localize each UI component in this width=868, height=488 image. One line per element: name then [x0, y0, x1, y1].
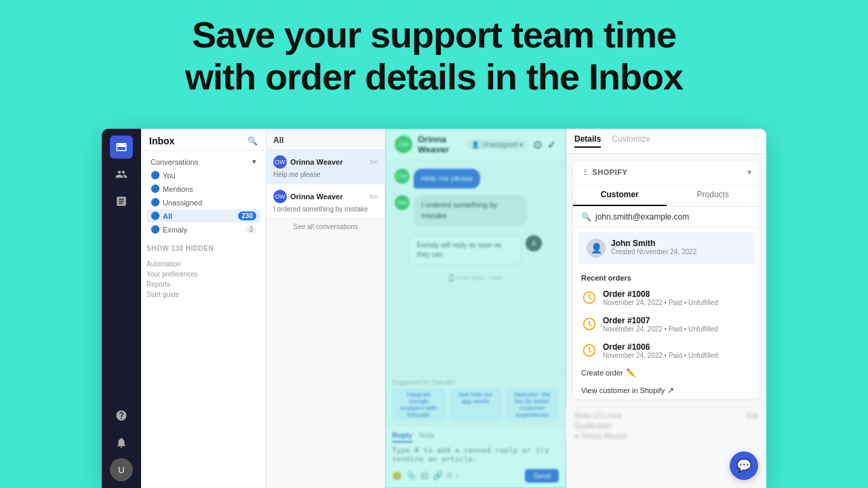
chat-user-avatar: OW — [395, 136, 412, 153]
order-icon-1 — [581, 316, 597, 332]
chat-area: OW Orinna Weaver 👤 Unassigned ▾ ⊙ ✓ OW H… — [385, 129, 566, 488]
convo-list-header: All — [267, 129, 384, 150]
send-button[interactable]: Send — [525, 469, 559, 483]
shopify-tab-customer[interactable]: Customer — [573, 184, 667, 206]
image-icon[interactable]: 🖼 — [420, 471, 429, 481]
inbox-nav-mentions[interactable]: 🔵 Mentions — [146, 182, 260, 195]
order-icon-0 — [581, 289, 597, 306]
sidebar-icon-contacts[interactable] — [110, 163, 133, 186]
order-info-1: Order #1007 November 24, 2022 • Paid • U… — [603, 316, 718, 333]
inbox-search-icon[interactable]: 🔍 — [248, 136, 258, 146]
chat-widget-button[interactable]: 💬 — [730, 451, 758, 480]
inbox-nav-all[interactable]: 🔵 All 230 — [146, 209, 260, 222]
tab-details[interactable]: Details — [574, 134, 601, 148]
tab-customize[interactable]: Customize — [612, 134, 650, 148]
convo-preview-0: Help me please — [273, 171, 378, 178]
convo-item-0[interactable]: OW Orinna Weaver 3m Help me please — [267, 150, 384, 184]
message-1: I ordered something by mistake — [414, 195, 527, 226]
inbox-nav-exmaly[interactable]: 🔵 Exmaly 3 — [146, 223, 260, 236]
emoji-icon[interactable]: 😊 — [392, 471, 402, 481]
screenshot-container: U Inbox 🔍 Conversations ▾ 🔵 You 🔵 Mentio… — [102, 129, 766, 488]
inbox-panel: Inbox 🔍 Conversations ▾ 🔵 You 🔵 Mentions… — [141, 129, 267, 488]
view-customer-link[interactable]: View customer in Shopify ↗ — [573, 382, 760, 399]
sidebar-icon-notifications[interactable] — [110, 431, 133, 454]
inbox-nav-unassigned[interactable]: 🔵 Unassigned — [146, 196, 260, 209]
order-info-0: Order #1008 November 24, 2022 • Paid • U… — [603, 289, 718, 306]
see-all-conversations[interactable]: See all conversations — [267, 219, 384, 235]
create-order-link[interactable]: Create order ✏️ — [573, 364, 760, 382]
order-icon-2 — [581, 342, 597, 359]
chat-user-name: Orinna Weaver — [418, 134, 467, 155]
order-item-1[interactable]: Order #1007 November 24, 2022 • Paid • U… — [573, 311, 760, 338]
shopify-tab-products[interactable]: Products — [667, 184, 760, 206]
suggested-chip-2[interactable]: Operator: the bot for better customer ex… — [505, 388, 559, 421]
reply-input[interactable] — [392, 446, 559, 462]
order-item-0[interactable]: Order #1008 November 24, 2022 • Paid • U… — [573, 285, 760, 311]
auto-reply-note: ⌚ Auto reply · Save — [395, 274, 556, 281]
message-0: Help me please — [414, 169, 480, 188]
order-item-2[interactable]: Order #1006 November 24, 2022 • Paid • U… — [573, 338, 760, 364]
customer-since: Created November 24, 2022 — [611, 248, 696, 256]
chat-reply-area: Reply Note 😊 📎 🖼 🔗 B I Send — [385, 425, 566, 488]
suggested-section: Suggested by Operator Integrate Google A… — [385, 374, 566, 425]
reply-tab-reply[interactable]: Reply — [392, 431, 412, 443]
bold-icon[interactable]: B — [447, 471, 452, 481]
order-meta-0: November 24, 2022 • Paid • Unfulfilled — [603, 299, 718, 306]
convo-item-1[interactable]: OW Orinna Weaver 5m I ordered something … — [267, 184, 384, 219]
inbox-footer-links: Automation Your preferences Reports Star… — [141, 253, 266, 305]
convo-time-0: 3m — [369, 159, 378, 165]
details-panel: Details Customize ⋮ SHOPIFY ▾ Customer P… — [566, 129, 766, 488]
inbox-nav-conversations[interactable]: Conversations ▾ — [146, 155, 260, 168]
preferences-link[interactable]: Your preferences — [146, 269, 260, 279]
start-guide-link[interactable]: Start guide — [146, 289, 260, 300]
italic-icon[interactable]: I — [456, 471, 458, 481]
shopify-chevron[interactable]: ▾ — [747, 167, 751, 177]
inbox-nav-you[interactable]: 🔵 You — [146, 169, 260, 182]
headline: Save your support team time with order d… — [0, 0, 868, 110]
order-meta-1: November 24, 2022 • Paid • Unfulfilled — [603, 325, 718, 333]
reply-icons: 😊 📎 🖼 🔗 B I — [392, 471, 458, 481]
chat-header-check[interactable]: ✓ — [547, 138, 556, 151]
show-hidden-label[interactable]: Show 130 hidden — [141, 241, 266, 253]
suggested-chip-0[interactable]: Integrate Google Analytics with Educate — [392, 388, 446, 421]
suggested-chips: Integrate Google Analytics with Educate … — [392, 388, 559, 421]
msg-avatar-0: OW — [395, 169, 410, 184]
customer-name: John Smith — [611, 239, 696, 248]
sidebar-icon-inbox[interactable] — [110, 136, 133, 159]
reply-tab-note[interactable]: Note — [419, 431, 435, 443]
sidebar-avatar[interactable]: U — [110, 458, 133, 481]
customer-info: John Smith Created November 24, 2022 — [611, 239, 696, 256]
attach-icon[interactable]: 📎 — [406, 471, 416, 481]
shopify-search-icon: 🔍 — [581, 212, 591, 222]
agent-avatar: A — [526, 235, 542, 251]
external-link-icon: ↗ — [667, 386, 674, 395]
sidebar-icon-reports[interactable] — [110, 190, 133, 213]
chat-header-star[interactable]: ⊙ — [533, 138, 542, 151]
chat-header: OW Orinna Weaver 👤 Unassigned ▾ ⊙ ✓ — [385, 129, 566, 161]
order-name-0: Order #1008 — [603, 289, 718, 299]
suggested-chip-1[interactable]: See how our app works — [449, 388, 502, 421]
headline-line1: Save your support team time — [41, 14, 827, 56]
convo-preview-1: I ordered something by mistake — [273, 205, 378, 213]
conversation-list: All OW Orinna Weaver 3m Help me please O… — [267, 129, 385, 488]
details-tabs-header: Details Customize — [566, 129, 766, 154]
convo-item-header-0: OW Orinna Weaver 3m — [273, 155, 378, 169]
convo-item-header-1: OW Orinna Weaver 5m — [273, 190, 378, 203]
link-icon[interactable]: 🔗 — [433, 471, 443, 481]
recent-orders-title: Recent orders — [573, 268, 760, 285]
convo-time-1: 5m — [369, 193, 378, 200]
shopify-search: 🔍 — [573, 207, 760, 228]
sidebar-icon-help[interactable] — [110, 404, 133, 427]
shopify-dots[interactable]: ⋮ — [581, 168, 589, 177]
reply-tabs: Reply Note — [392, 431, 559, 443]
customer-result[interactable]: 👤 John Smith Created November 24, 2022 — [578, 232, 754, 264]
assignee-badge[interactable]: 👤 Unassigned ▾ — [467, 140, 528, 150]
msg-avatar-1: OW — [395, 195, 410, 210]
shopify-search-input[interactable] — [595, 212, 751, 222]
reports-link[interactable]: Reports — [146, 279, 260, 289]
automation-link[interactable]: Automation — [146, 259, 260, 269]
create-order-icon: ✏️ — [626, 368, 636, 378]
shopify-label: ⋮ SHOPIFY — [581, 168, 627, 177]
chat-messages: OW Help me please OW I ordered something… — [385, 161, 566, 374]
shopify-tabs: Customer Products — [573, 184, 760, 207]
